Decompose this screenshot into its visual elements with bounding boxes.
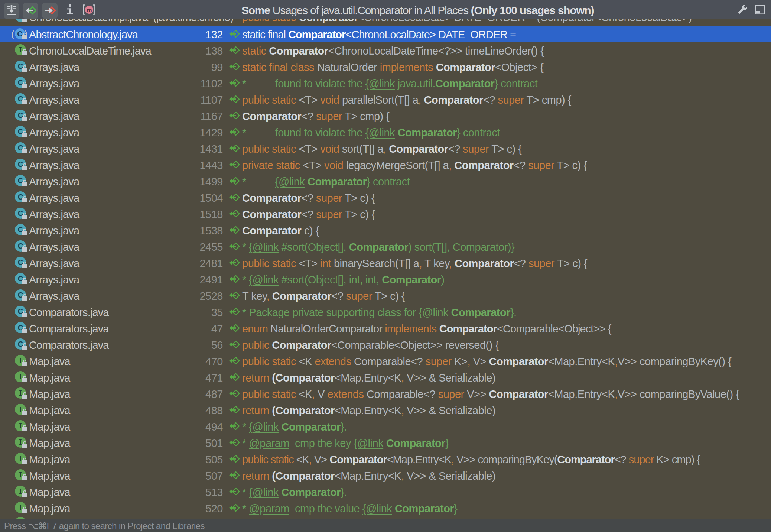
svg-text:m: m [86,7,92,14]
